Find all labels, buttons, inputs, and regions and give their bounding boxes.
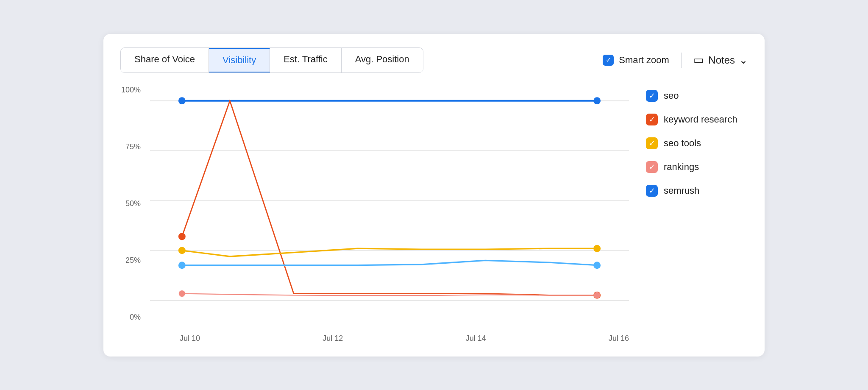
chart-wrapper: 100% 75% 50% 25% 0% <box>120 86 629 343</box>
keyword-research-dot-start <box>178 233 186 240</box>
notes-button[interactable]: ▭ Notes ⌄ <box>693 53 748 67</box>
legend-checkbox-seo[interactable]: ✓ <box>646 90 658 102</box>
legend-item-rankings[interactable]: ✓ rankings <box>646 161 748 173</box>
legend-checkbox-rankings[interactable]: ✓ <box>646 161 658 173</box>
chart-header: Share of Voice Visibility Est. Traffic A… <box>120 47 748 73</box>
y-label-0: 0% <box>130 313 141 322</box>
legend-item-seo-tools[interactable]: ✓ seo tools <box>646 137 748 149</box>
x-label-jul16: Jul 16 <box>609 334 629 343</box>
notes-label: Notes <box>708 54 735 66</box>
seo-dot-end <box>593 97 601 104</box>
y-label-50: 50% <box>125 199 141 208</box>
x-label-jul14: Jul 14 <box>466 334 486 343</box>
notes-icon: ▭ <box>693 53 704 67</box>
tab-avg-position[interactable]: Avg. Position <box>342 48 423 72</box>
y-label-75: 75% <box>125 142 141 151</box>
legend-checkbox-semrush[interactable]: ✓ <box>646 185 658 197</box>
x-label-jul12: Jul 12 <box>323 334 343 343</box>
main-card: Share of Voice Visibility Est. Traffic A… <box>103 34 765 357</box>
y-label-100: 100% <box>121 86 141 95</box>
seo-tools-line <box>182 248 597 256</box>
y-label-25: 25% <box>125 256 141 265</box>
chart-area: 100% 75% 50% 25% 0% <box>120 86 748 343</box>
legend-label-seo-tools: seo tools <box>664 138 701 149</box>
smart-zoom-label: Smart zoom <box>619 55 669 66</box>
chevron-down-icon: ⌄ <box>739 54 748 66</box>
x-axis: Jul 10 Jul 12 Jul 14 Jul 16 <box>180 334 629 343</box>
y-axis: 100% 75% 50% 25% 0% <box>120 86 146 322</box>
tab-share-of-voice[interactable]: Share of Voice <box>121 48 209 72</box>
seo-tools-dot-start <box>178 247 186 254</box>
x-label-jul10: Jul 10 <box>180 334 200 343</box>
seo-dot-start <box>178 97 186 104</box>
legend-label-semrush: semrush <box>664 185 699 196</box>
chart-svg <box>150 86 629 332</box>
header-divider <box>681 53 682 68</box>
legend-checkbox-seo-tools[interactable]: ✓ <box>646 137 658 149</box>
semrush-line <box>182 260 597 265</box>
legend-item-seo[interactable]: ✓ seo <box>646 90 748 102</box>
chart-inner: Jul 10 Jul 12 Jul 14 Jul 16 <box>150 86 629 343</box>
smart-zoom-checkbox[interactable]: ✓ <box>603 55 614 66</box>
keyword-research-line <box>182 100 597 295</box>
tab-group: Share of Voice Visibility Est. Traffic A… <box>120 47 423 73</box>
legend-label-keyword-research: keyword research <box>664 114 737 125</box>
seo-tools-dot-end <box>593 245 601 252</box>
header-controls: ✓ Smart zoom ▭ Notes ⌄ <box>603 53 748 68</box>
chart-legend: ✓ seo ✓ keyword research ✓ seo tools ✓ r… <box>646 86 748 343</box>
legend-label-rankings: rankings <box>664 162 699 173</box>
semrush-dot-start <box>178 262 186 269</box>
semrush-dot-end <box>593 262 601 269</box>
smart-zoom-control[interactable]: ✓ Smart zoom <box>603 55 669 66</box>
legend-item-keyword-research[interactable]: ✓ keyword research <box>646 114 748 125</box>
tab-visibility[interactable]: Visibility <box>209 48 270 72</box>
tab-est-traffic[interactable]: Est. Traffic <box>270 48 342 72</box>
legend-checkbox-keyword-research[interactable]: ✓ <box>646 114 658 125</box>
rankings-dot-start <box>179 290 185 297</box>
legend-item-semrush[interactable]: ✓ semrush <box>646 185 748 197</box>
rankings-dot-end <box>594 292 600 298</box>
legend-label-seo: seo <box>664 90 679 101</box>
